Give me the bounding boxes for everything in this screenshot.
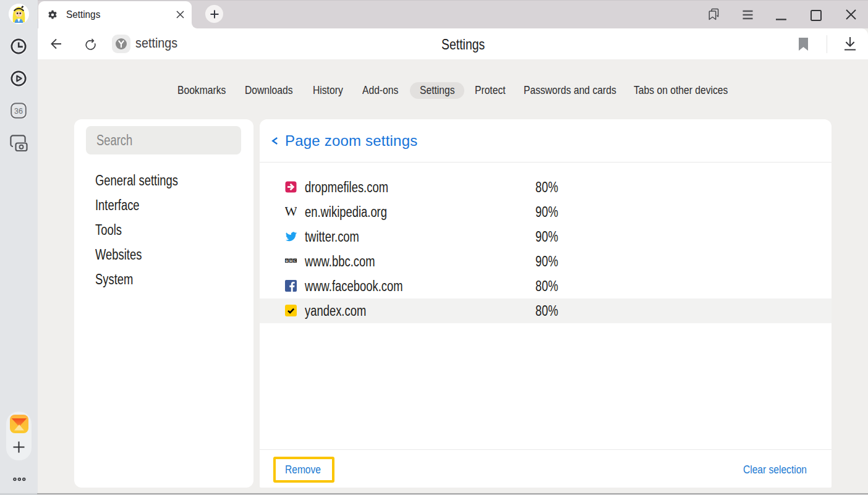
svg-text:36: 36: [14, 107, 23, 116]
svg-text:W: W: [285, 206, 297, 218]
svg-text:B: B: [286, 259, 288, 263]
svg-text:B: B: [289, 259, 292, 263]
